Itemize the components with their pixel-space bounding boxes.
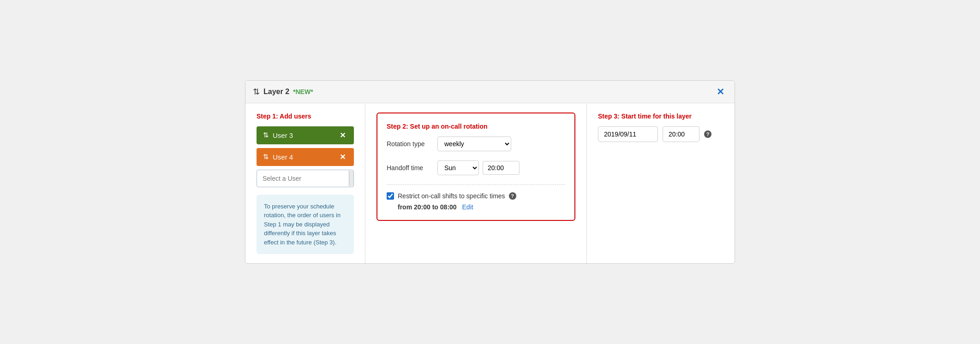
step2-number: Step 2 <box>387 123 406 130</box>
user-item-1: ⇅ User 3 ✕ <box>257 126 354 144</box>
user1-left: ⇅ User 3 <box>263 131 293 139</box>
select-user-input[interactable] <box>257 170 349 187</box>
remove-user2-button[interactable]: ✕ <box>338 153 347 161</box>
time-range-text: from 20:00 to 08:00 <box>398 203 457 211</box>
restrict-label: Restrict on-call shifts to specific time… <box>398 192 505 200</box>
user2-sort-icon: ⇅ <box>263 153 269 161</box>
select-user-chevron-icon[interactable]: ▾ <box>349 171 354 186</box>
step2-label: Step 2: Set up an on-call rotation <box>387 123 565 130</box>
start-date-input[interactable] <box>598 126 658 142</box>
user2-left: ⇅ User 4 <box>263 153 293 161</box>
step3-content: ? <box>598 126 723 142</box>
user2-name: User 4 <box>273 153 293 161</box>
step3-label: Step 3: Start time for this layer <box>598 113 723 120</box>
step3-section: Step 3: Start time for this layer ? <box>587 103 735 264</box>
step1-description: : Add users <box>276 113 311 120</box>
handoff-label: Handoff time <box>387 164 437 172</box>
handoff-time-input[interactable] <box>483 161 520 175</box>
rotation-row: Rotation type weekly daily custom <box>387 136 565 151</box>
step2-section: Step 2: Set up an on-call rotation Rotat… <box>365 103 587 264</box>
restrict-help-icon[interactable]: ? <box>509 192 516 200</box>
start-time-input[interactable] <box>663 126 699 142</box>
edit-link[interactable]: Edit <box>462 203 473 211</box>
layer-modal: ⇅ Layer 2 *NEW* ✕ Step 1: Add users ⇅ Us… <box>245 80 735 264</box>
info-box: To preserve your schedule rotation, the … <box>257 195 354 255</box>
handoff-day-select[interactable]: Sun Mon Tue Wed Thu Fri Sat <box>437 160 479 175</box>
user-item-2: ⇅ User 4 ✕ <box>257 148 354 166</box>
user1-sort-icon: ⇅ <box>263 131 269 139</box>
start-time-help-icon[interactable]: ? <box>704 130 711 138</box>
info-text: To preserve your schedule rotation, the … <box>264 203 341 246</box>
divider <box>387 184 565 185</box>
close-button[interactable]: ✕ <box>714 85 727 98</box>
title-group: ⇅ Layer 2 *NEW* <box>253 87 313 97</box>
rotation-type-select[interactable]: weekly daily custom <box>437 136 511 151</box>
new-badge: *NEW* <box>293 88 313 95</box>
sort-icon: ⇅ <box>253 87 260 97</box>
step1-number: Step 1 <box>257 113 276 120</box>
step3-description: : Start time for this layer <box>617 113 692 120</box>
user1-name: User 3 <box>273 131 293 139</box>
step1-section: Step 1: Add users ⇅ User 3 ✕ ⇅ User 4 ✕ … <box>245 103 365 264</box>
step3-number: Step 3 <box>598 113 617 120</box>
restrict-row: Restrict on-call shifts to specific time… <box>387 192 565 200</box>
step2-box: Step 2: Set up an on-call rotation Rotat… <box>376 113 575 221</box>
handoff-row: Handoff time Sun Mon Tue Wed Thu Fri Sat <box>387 160 565 175</box>
select-user-dropdown[interactable]: ▾ <box>257 170 354 187</box>
step1-label: Step 1: Add users <box>257 113 354 120</box>
step2-description: : Set up an on-call rotation <box>406 123 488 130</box>
modal-header: ⇅ Layer 2 *NEW* ✕ <box>245 81 735 103</box>
remove-user1-button[interactable]: ✕ <box>338 131 347 140</box>
modal-body: Step 1: Add users ⇅ User 3 ✕ ⇅ User 4 ✕ … <box>245 103 735 264</box>
time-range-row: from 20:00 to 08:00 Edit <box>387 203 565 211</box>
restrict-checkbox[interactable] <box>387 192 394 200</box>
rotation-label: Rotation type <box>387 140 437 148</box>
modal-title: Layer 2 <box>263 88 289 96</box>
